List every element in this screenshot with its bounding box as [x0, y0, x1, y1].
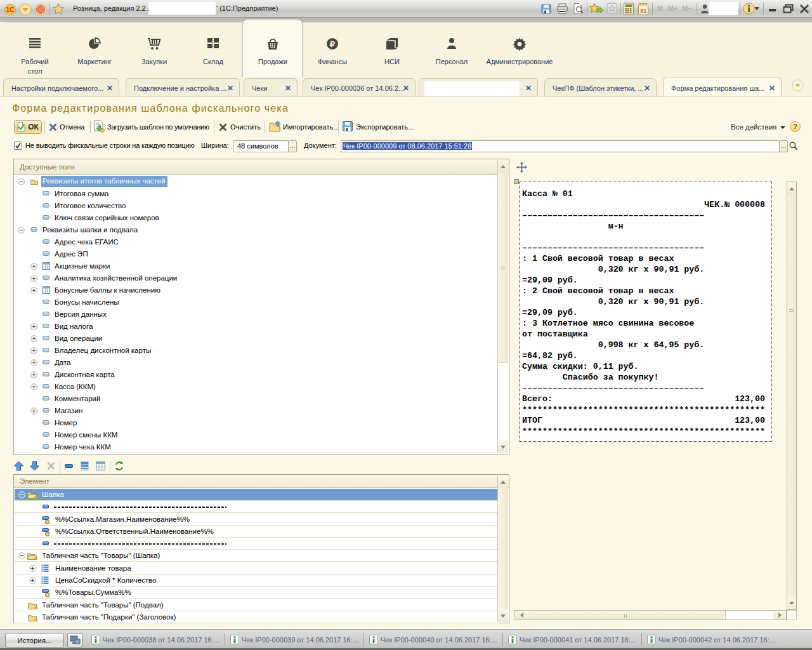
- svg-text:1С: 1С: [6, 6, 15, 13]
- svg-text:₽: ₽: [330, 39, 336, 49]
- svg-text:31: 31: [640, 7, 647, 14]
